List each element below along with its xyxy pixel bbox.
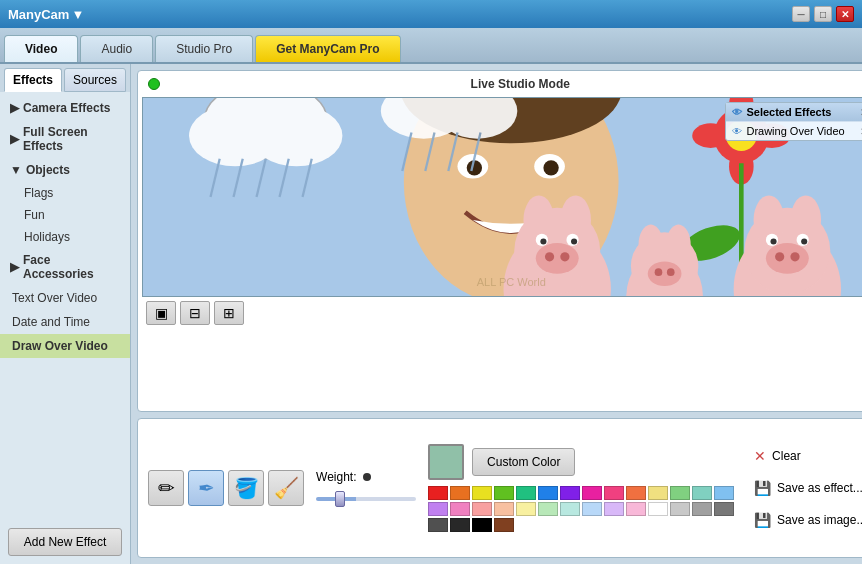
color-top: Custom Color bbox=[428, 444, 734, 480]
color-swatch[interactable] bbox=[472, 486, 492, 500]
pencil-tool-button[interactable]: ✏ bbox=[148, 470, 184, 506]
color-swatch[interactable] bbox=[516, 486, 536, 500]
titlebar: ManyCam ▼ ─ □ ✕ bbox=[0, 0, 862, 28]
color-swatch[interactable] bbox=[450, 518, 470, 532]
sidebar-item-camera-effects[interactable]: ▶ Camera Effects bbox=[0, 96, 130, 120]
save-as-effect-button[interactable]: 💾 Save as effect... bbox=[746, 476, 862, 500]
weight-slider[interactable] bbox=[316, 492, 416, 506]
svg-point-6 bbox=[543, 160, 558, 175]
tab-studio-pro[interactable]: Studio Pro bbox=[155, 35, 253, 62]
view-single-button[interactable]: ▣ bbox=[146, 301, 176, 325]
sidebar-subitem-fun[interactable]: Fun bbox=[0, 204, 130, 226]
color-palette bbox=[428, 486, 734, 532]
color-swatch[interactable] bbox=[582, 502, 602, 516]
clear-label: Clear bbox=[772, 449, 801, 463]
video-canvas: 👁 Selected Effects ✕ 👁 Drawing Over Vide… bbox=[142, 97, 862, 297]
color-swatch[interactable] bbox=[494, 518, 514, 532]
tab-video[interactable]: Video bbox=[4, 35, 78, 62]
add-new-effect-button[interactable]: Add New Effect bbox=[8, 528, 122, 556]
video-header: Live Studio Mode bbox=[142, 75, 862, 93]
selected-effects-label: Selected Effects bbox=[746, 106, 831, 118]
color-swatch[interactable] bbox=[428, 502, 448, 516]
eraser-tool-button[interactable]: 🧹 bbox=[268, 470, 304, 506]
color-swatch[interactable] bbox=[450, 502, 470, 516]
tab-sources[interactable]: Sources bbox=[64, 68, 126, 92]
selected-effects-panel: 👁 Selected Effects ✕ 👁 Drawing Over Vide… bbox=[725, 102, 862, 141]
view-grid-button[interactable]: ⊞ bbox=[214, 301, 244, 325]
save-as-image-button[interactable]: 💾 Save as image... bbox=[746, 508, 862, 532]
close-button[interactable]: ✕ bbox=[836, 6, 854, 22]
custom-color-button[interactable]: Custom Color bbox=[472, 448, 575, 476]
color-swatch[interactable] bbox=[538, 486, 558, 500]
color-swatch[interactable] bbox=[560, 502, 580, 516]
save-image-label: Save as image... bbox=[777, 513, 862, 527]
center-area: Live Studio Mode bbox=[131, 64, 862, 564]
color-swatch[interactable] bbox=[626, 502, 646, 516]
sidebar-item-full-screen-effects[interactable]: ▶ Full Screen Effects bbox=[0, 120, 130, 158]
sidebar: Effects Sources ▶ Camera Effects ▶ Full … bbox=[0, 64, 131, 564]
tab-get-manycam-pro[interactable]: Get ManyCam Pro bbox=[255, 35, 400, 62]
color-swatch[interactable] bbox=[450, 486, 470, 500]
live-mode-label: Live Studio Mode bbox=[166, 77, 862, 91]
fill-tool-button[interactable]: 🪣 bbox=[228, 470, 264, 506]
color-swatch[interactable] bbox=[648, 486, 668, 500]
expand-icon: ▶ bbox=[10, 260, 19, 274]
sidebar-subitem-flags[interactable]: Flags bbox=[0, 182, 130, 204]
expand-icon: ▼ bbox=[10, 163, 22, 177]
color-swatch[interactable] bbox=[428, 486, 448, 500]
sidebar-item-face-accessories[interactable]: ▶ Face Accessories bbox=[0, 248, 130, 286]
video-area: Live Studio Mode bbox=[137, 70, 862, 412]
pen-tool-button[interactable]: ✒ bbox=[188, 470, 224, 506]
expand-icon: ▶ bbox=[10, 132, 19, 146]
svg-point-9 bbox=[250, 105, 342, 166]
expand-icon: ▶ bbox=[10, 101, 19, 115]
clear-button[interactable]: ✕ Clear bbox=[746, 444, 862, 468]
color-swatch[interactable] bbox=[582, 486, 602, 500]
sidebar-item-objects[interactable]: ▼ Objects bbox=[0, 158, 130, 182]
color-swatch[interactable] bbox=[714, 502, 734, 516]
color-swatch[interactable] bbox=[516, 502, 536, 516]
svg-point-55 bbox=[666, 225, 691, 265]
sub-tabs: Effects Sources bbox=[0, 64, 130, 92]
weight-dot bbox=[363, 473, 371, 481]
sidebar-item-text-over-video[interactable]: Text Over Video bbox=[0, 286, 130, 310]
color-swatch[interactable] bbox=[692, 486, 712, 500]
sidebar-item-draw-over-video[interactable]: Draw Over Video bbox=[0, 334, 130, 358]
svg-point-56 bbox=[648, 261, 682, 286]
drawing-tools: ✏ ✒ 🪣 🧹 bbox=[148, 470, 304, 506]
titlebar-arrow[interactable]: ▼ bbox=[71, 7, 84, 22]
color-swatch[interactable] bbox=[604, 502, 624, 516]
color-swatch[interactable] bbox=[714, 486, 734, 500]
color-swatch[interactable] bbox=[472, 502, 492, 516]
effect-name: Drawing Over Video bbox=[746, 125, 844, 137]
selected-effects-header: 👁 Selected Effects ✕ bbox=[726, 103, 862, 121]
color-swatch[interactable] bbox=[494, 486, 514, 500]
color-preview[interactable] bbox=[428, 444, 464, 480]
color-swatch[interactable] bbox=[428, 518, 448, 532]
color-swatch[interactable] bbox=[560, 486, 580, 500]
clear-icon: ✕ bbox=[754, 448, 766, 464]
minimize-button[interactable]: ─ bbox=[792, 6, 810, 22]
tab-audio[interactable]: Audio bbox=[80, 35, 153, 62]
maximize-button[interactable]: □ bbox=[814, 6, 832, 22]
svg-point-36 bbox=[560, 252, 569, 261]
main-tabbar: Video Audio Studio Pro Get ManyCam Pro bbox=[0, 28, 862, 64]
view-split-button[interactable]: ⊟ bbox=[180, 301, 210, 325]
titlebar-controls: ─ □ ✕ bbox=[792, 6, 854, 22]
color-swatch[interactable] bbox=[648, 502, 668, 516]
sidebar-subitem-holidays[interactable]: Holidays bbox=[0, 226, 130, 248]
color-swatch[interactable] bbox=[670, 486, 690, 500]
color-swatch[interactable] bbox=[626, 486, 646, 500]
svg-point-34 bbox=[536, 243, 579, 274]
color-swatch[interactable] bbox=[538, 502, 558, 516]
svg-point-25 bbox=[692, 123, 729, 148]
color-swatch[interactable] bbox=[692, 502, 712, 516]
sidebar-item-date-and-time[interactable]: Date and Time bbox=[0, 310, 130, 334]
tab-effects[interactable]: Effects bbox=[4, 68, 62, 92]
color-swatch[interactable] bbox=[604, 486, 624, 500]
color-swatch[interactable] bbox=[472, 518, 492, 532]
svg-point-57 bbox=[655, 268, 663, 276]
svg-point-35 bbox=[545, 252, 554, 261]
color-swatch[interactable] bbox=[670, 502, 690, 516]
color-swatch[interactable] bbox=[494, 502, 514, 516]
